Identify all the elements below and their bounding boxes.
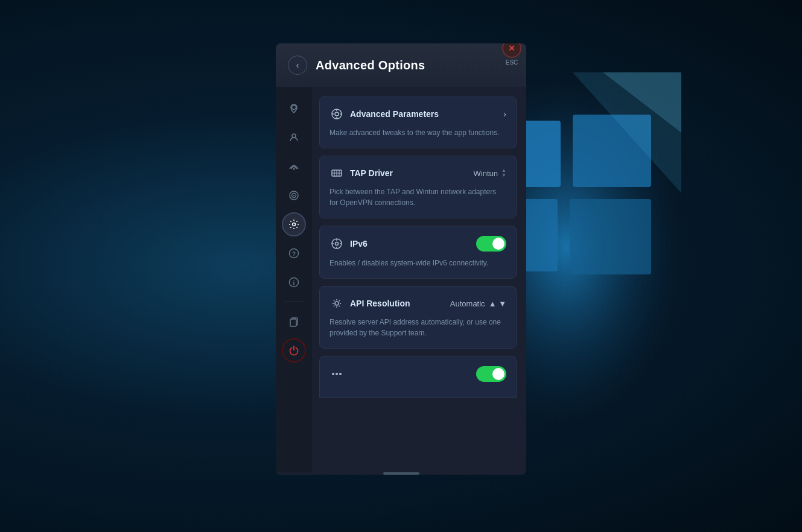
svg-point-32 <box>339 373 342 375</box>
panel-header: ✕ ESC ‹ Advanced Options <box>276 43 526 87</box>
api-resolution-up-down-icon: ▲ ▼ <box>489 299 506 308</box>
tap-driver-selected-value: Wintun <box>474 169 498 178</box>
partial-card-toggle-thumb <box>492 368 504 380</box>
advanced-parameters-card[interactable]: Advanced Parameters › Make advanced twea… <box>319 97 517 148</box>
svg-point-29 <box>335 302 339 305</box>
sidebar-item-account[interactable] <box>282 125 306 150</box>
api-resolution-description: Resolve server API address automatically… <box>329 317 506 338</box>
partial-card-icon <box>329 367 344 381</box>
app-panel: ✕ ESC ‹ Advanced Options <box>276 43 526 475</box>
partial-card-toggle[interactable] <box>476 366 506 382</box>
svg-rect-19 <box>290 319 296 326</box>
tap-driver-title: TAP Driver <box>350 168 393 178</box>
tap-driver-header: TAP Driver Wintun ▲ ▼ <box>329 166 506 180</box>
sidebar-item-help[interactable]: ? <box>282 241 306 265</box>
svg-point-7 <box>292 106 296 110</box>
ipv6-title: IPv6 <box>350 239 368 249</box>
tap-driver-up-down-icon: ▲ ▼ <box>501 168 506 178</box>
back-button[interactable]: ‹ <box>288 55 307 75</box>
api-resolution-selected-value: Automatic <box>450 299 485 308</box>
page-title: Advanced Options <box>316 59 425 72</box>
ipv6-description: Enables / disables system-wide IPv6 conn… <box>329 258 506 268</box>
api-resolution-header-left: API Resolution <box>329 296 410 311</box>
panel-body: ? i <box>276 87 526 472</box>
ipv6-icon <box>329 236 344 251</box>
sidebar-item-power[interactable] <box>282 338 306 363</box>
api-resolution-value[interactable]: Automatic ▲ ▼ <box>450 299 506 308</box>
scroll-bar <box>383 472 419 475</box>
close-icon: ✕ <box>508 43 515 53</box>
card-header-left: Advanced Parameters <box>329 107 439 121</box>
esc-label: ESC <box>506 59 518 66</box>
sidebar-divider <box>285 302 303 302</box>
ipv6-toggle[interactable] <box>476 236 506 252</box>
svg-point-31 <box>336 373 338 375</box>
api-resolution-icon <box>329 296 344 311</box>
advanced-parameters-icon <box>329 107 344 121</box>
advanced-parameters-title: Advanced Parameters <box>350 109 439 119</box>
partial-card-header <box>329 366 506 382</box>
api-resolution-header: API Resolution Automatic ▲ ▼ <box>329 296 506 311</box>
sidebar-item-copy[interactable] <box>282 309 306 334</box>
ipv6-header-left: IPv6 <box>329 236 368 251</box>
partial-card-header-left <box>329 367 344 381</box>
sidebar: ? i <box>276 87 312 472</box>
ipv6-card: IPv6 Enables / disables system-wide IPv6… <box>319 226 517 279</box>
svg-point-8 <box>292 134 296 138</box>
svg-point-30 <box>332 373 334 375</box>
sidebar-item-target[interactable] <box>282 183 306 207</box>
close-button[interactable]: ✕ <box>502 43 521 58</box>
tap-driver-header-left: TAP Driver <box>329 166 393 180</box>
svg-point-21 <box>335 112 339 116</box>
svg-point-12 <box>293 195 294 196</box>
svg-point-28 <box>336 242 339 245</box>
sidebar-item-info[interactable]: i <box>282 270 306 294</box>
tap-driver-value[interactable]: Wintun ▲ ▼ <box>474 168 506 178</box>
svg-text:?: ? <box>292 251 296 258</box>
ipv6-toggle-thumb <box>492 238 504 250</box>
api-resolution-card: API Resolution Automatic ▲ ▼ Resolve ser… <box>319 286 517 349</box>
svg-rect-4 <box>570 199 651 274</box>
svg-point-9 <box>293 168 295 170</box>
back-icon: ‹ <box>296 60 299 70</box>
main-content: Advanced Parameters › Make advanced twea… <box>312 87 526 472</box>
tap-driver-icon <box>329 166 344 180</box>
advanced-parameters-description: Make advanced tweaks to the way the app … <box>329 127 506 138</box>
tap-driver-description: Pick between the TAP and Wintun network … <box>329 186 506 208</box>
tap-driver-card: TAP Driver Wintun ▲ ▼ Pick between the T… <box>319 156 517 218</box>
partial-card <box>319 356 517 398</box>
advanced-parameters-chevron: › <box>503 109 506 119</box>
sidebar-item-settings[interactable] <box>282 212 306 236</box>
ipv6-header: IPv6 <box>329 236 506 252</box>
scroll-indicator <box>276 472 526 475</box>
api-resolution-title: API Resolution <box>350 299 410 308</box>
close-button-area: ✕ ESC <box>502 43 521 66</box>
svg-point-13 <box>293 223 296 226</box>
svg-text:i: i <box>293 280 295 287</box>
advanced-parameters-header: Advanced Parameters › <box>329 107 506 121</box>
sidebar-item-location[interactable] <box>282 97 306 121</box>
sidebar-item-signal[interactable] <box>282 154 306 179</box>
